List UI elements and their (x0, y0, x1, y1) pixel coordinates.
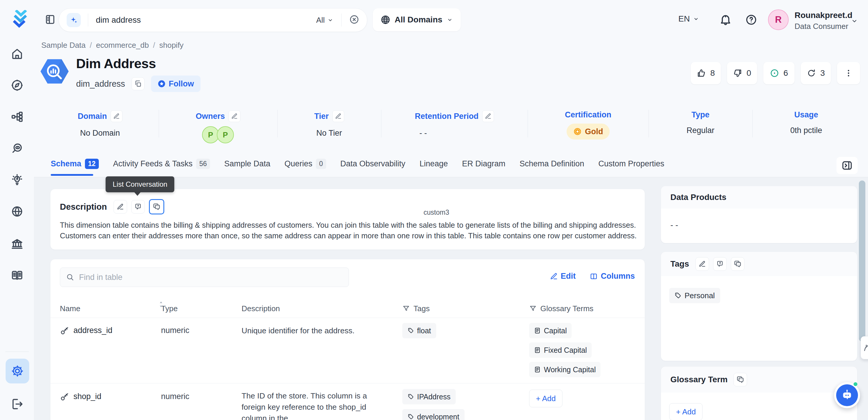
table-row[interactable]: address_id numeric Unique identifier for… (51, 318, 645, 384)
find-in-table[interactable] (60, 268, 349, 287)
certification-label[interactable]: Certification (565, 110, 611, 119)
upvote-button[interactable]: 8 (691, 62, 721, 84)
tab-schema[interactable]: Schema12 (51, 159, 99, 169)
glossary-book-icon[interactable] (11, 269, 24, 282)
global-search-bar[interactable]: All (59, 8, 367, 32)
downvote-button[interactable]: 0 (727, 62, 757, 84)
tag-pill[interactable]: float (402, 323, 436, 338)
request-change-icon[interactable] (131, 200, 145, 214)
metadata-divider (277, 110, 278, 138)
tab-activity-feeds[interactable]: Activity Feeds & Tasks56 (113, 159, 210, 169)
breadcrumb-item[interactable]: ecommerce_db (96, 41, 149, 50)
refresh-count: 3 (820, 68, 825, 78)
refresh-button[interactable]: 3 (801, 62, 831, 84)
filter-icon[interactable] (402, 305, 410, 312)
column-header-name[interactable]: Name (60, 304, 161, 313)
sort-icon[interactable] (157, 300, 165, 309)
workflow-icon[interactable] (11, 110, 24, 123)
tags-conversation-icon[interactable] (731, 257, 744, 271)
user-avatar[interactable]: R (768, 9, 789, 30)
compass-icon[interactable] (11, 79, 24, 92)
governance-bank-icon[interactable] (11, 237, 24, 250)
filter-icon[interactable] (529, 305, 537, 312)
edit-table-button[interactable]: Edit (550, 272, 576, 281)
home-icon[interactable] (11, 47, 24, 60)
scrollbar-thumb[interactable] (859, 181, 865, 341)
domain-value: No Domain (41, 129, 159, 138)
user-menu[interactable]: Rounakpreet.d Data Consumer (795, 11, 852, 31)
copy-icon[interactable] (131, 77, 145, 90)
logout-icon[interactable] (11, 398, 24, 411)
type-label[interactable]: Type (691, 110, 709, 119)
web-globe-icon[interactable] (11, 205, 24, 218)
glossary-term-pill[interactable]: Capital (529, 323, 571, 338)
user-menu-chevron-icon[interactable] (850, 17, 858, 25)
observability-search-eye-icon[interactable] (11, 142, 24, 155)
find-in-table-input[interactable] (79, 272, 343, 282)
column-header-type[interactable]: Type (161, 304, 242, 313)
clear-search-icon[interactable] (349, 14, 359, 26)
column-header-tags[interactable]: Tags (402, 304, 529, 313)
search-scope-dropdown[interactable]: All (316, 16, 334, 25)
notifications-bell-icon[interactable] (719, 13, 732, 27)
column-name-cell[interactable]: address_id (60, 318, 161, 383)
owner-avatar[interactable]: P (217, 126, 234, 143)
domain-label[interactable]: Domain (78, 112, 107, 121)
edit-tags-icon[interactable] (695, 257, 709, 271)
tier-label[interactable]: Tier (314, 112, 329, 121)
list-conversation-icon[interactable] (149, 199, 164, 214)
columns-button[interactable]: Columns (590, 272, 635, 281)
column-header-description[interactable]: Description (242, 304, 402, 313)
tab-data-observability[interactable]: Data Observability (340, 159, 406, 169)
edit-tier-icon[interactable] (332, 110, 344, 122)
usage-label[interactable]: Usage (794, 110, 818, 119)
column-header-glossary[interactable]: Glossary Terms (529, 304, 645, 313)
glossary-term-pill[interactable]: Working Capital (529, 362, 600, 377)
collapse-panel-icon[interactable] (836, 157, 858, 174)
breadcrumb-separator: / (90, 41, 92, 50)
settings-gear-icon[interactable] (6, 359, 29, 384)
edge-floating-edit-card[interactable] (861, 336, 868, 359)
request-tags-icon[interactable] (713, 257, 727, 271)
edit-domain-icon[interactable] (111, 110, 122, 122)
add-glossary-term-button[interactable]: + Add (529, 390, 562, 407)
tab-sample-data[interactable]: Sample Data (224, 159, 270, 169)
tab-queries[interactable]: Queries0 (284, 159, 326, 169)
edit-retention-icon[interactable] (482, 110, 494, 122)
edit-owners-icon[interactable] (228, 110, 240, 122)
glossary-term-pill[interactable]: Fixed Capital (529, 342, 592, 358)
ai-assistant-button[interactable] (834, 382, 860, 408)
tag-pill[interactable]: IPAddress (402, 389, 456, 404)
views-button[interactable]: 6 (763, 62, 795, 84)
tab-schema-definition[interactable]: Schema Definition (520, 159, 584, 169)
owners-avatars[interactable]: P P (159, 126, 277, 143)
retention-label[interactable]: Retention Period (415, 112, 478, 121)
column-name-cell[interactable]: shop_id (60, 383, 161, 420)
tab-er-diagram[interactable]: ER Diagram (462, 159, 505, 169)
breadcrumb-item[interactable]: Sample Data (41, 41, 86, 50)
follow-button[interactable]: Follow (151, 76, 200, 92)
language-selector[interactable]: EN (678, 14, 699, 24)
more-actions-kebab-icon[interactable] (837, 62, 860, 84)
atlan-logo-icon[interactable] (13, 10, 29, 28)
owners-label[interactable]: Owners (195, 112, 225, 121)
refresh-icon (807, 68, 816, 78)
insights-lightbulb-icon[interactable] (11, 173, 24, 186)
domains-filter-button[interactable]: All Domains (373, 8, 461, 31)
certification-gold-badge[interactable]: Gold (566, 124, 610, 140)
search-input[interactable] (95, 15, 316, 25)
tab-custom-properties[interactable]: Custom Properties (598, 159, 664, 169)
breadcrumb-item[interactable]: shopify (159, 41, 183, 50)
chevron-down-icon (327, 17, 334, 23)
add-glossary-term-button[interactable]: + Add (669, 403, 703, 420)
tag-pill[interactable]: Personal (669, 288, 720, 303)
sidebar-toggle-icon[interactable] (44, 13, 56, 27)
edit-description-icon[interactable] (114, 200, 127, 214)
tag-pill[interactable]: development (402, 409, 465, 420)
downvote-count: 0 (746, 68, 751, 78)
table-row[interactable]: shop_id numeric The ID of the store. Thi… (51, 383, 645, 420)
help-icon[interactable] (745, 13, 757, 27)
tab-lineage[interactable]: Lineage (420, 159, 448, 169)
data-products-value: - - (661, 209, 857, 230)
glossary-conversation-icon[interactable] (734, 373, 747, 386)
